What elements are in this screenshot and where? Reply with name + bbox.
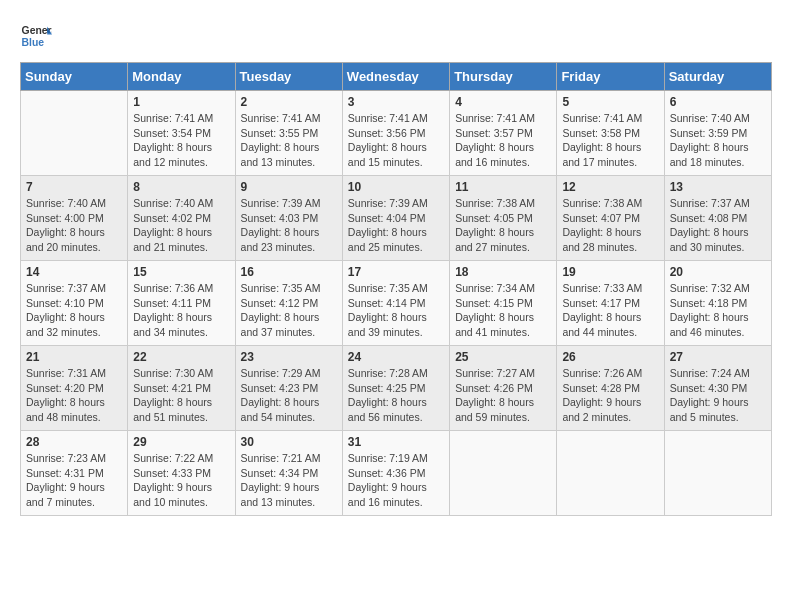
day-detail: Sunrise: 7:28 AM Sunset: 4:25 PM Dayligh… xyxy=(348,366,444,425)
day-number: 31 xyxy=(348,435,444,449)
calendar-cell: 25Sunrise: 7:27 AM Sunset: 4:26 PM Dayli… xyxy=(450,346,557,431)
calendar-week-row: 21Sunrise: 7:31 AM Sunset: 4:20 PM Dayli… xyxy=(21,346,772,431)
header-friday: Friday xyxy=(557,63,664,91)
day-number: 19 xyxy=(562,265,658,279)
day-number: 24 xyxy=(348,350,444,364)
day-detail: Sunrise: 7:37 AM Sunset: 4:08 PM Dayligh… xyxy=(670,196,766,255)
day-detail: Sunrise: 7:29 AM Sunset: 4:23 PM Dayligh… xyxy=(241,366,337,425)
calendar-cell: 28Sunrise: 7:23 AM Sunset: 4:31 PM Dayli… xyxy=(21,431,128,516)
day-detail: Sunrise: 7:30 AM Sunset: 4:21 PM Dayligh… xyxy=(133,366,229,425)
day-detail: Sunrise: 7:41 AM Sunset: 3:58 PM Dayligh… xyxy=(562,111,658,170)
day-detail: Sunrise: 7:38 AM Sunset: 4:05 PM Dayligh… xyxy=(455,196,551,255)
day-detail: Sunrise: 7:22 AM Sunset: 4:33 PM Dayligh… xyxy=(133,451,229,510)
day-number: 26 xyxy=(562,350,658,364)
calendar-cell: 20Sunrise: 7:32 AM Sunset: 4:18 PM Dayli… xyxy=(664,261,771,346)
day-number: 23 xyxy=(241,350,337,364)
calendar-cell: 22Sunrise: 7:30 AM Sunset: 4:21 PM Dayli… xyxy=(128,346,235,431)
calendar-cell: 5Sunrise: 7:41 AM Sunset: 3:58 PM Daylig… xyxy=(557,91,664,176)
day-detail: Sunrise: 7:41 AM Sunset: 3:54 PM Dayligh… xyxy=(133,111,229,170)
day-detail: Sunrise: 7:24 AM Sunset: 4:30 PM Dayligh… xyxy=(670,366,766,425)
svg-text:Blue: Blue xyxy=(22,37,45,48)
day-detail: Sunrise: 7:23 AM Sunset: 4:31 PM Dayligh… xyxy=(26,451,122,510)
calendar-cell: 13Sunrise: 7:37 AM Sunset: 4:08 PM Dayli… xyxy=(664,176,771,261)
calendar-week-row: 14Sunrise: 7:37 AM Sunset: 4:10 PM Dayli… xyxy=(21,261,772,346)
day-number: 5 xyxy=(562,95,658,109)
header-monday: Monday xyxy=(128,63,235,91)
day-detail: Sunrise: 7:39 AM Sunset: 4:04 PM Dayligh… xyxy=(348,196,444,255)
calendar-cell: 8Sunrise: 7:40 AM Sunset: 4:02 PM Daylig… xyxy=(128,176,235,261)
day-number: 18 xyxy=(455,265,551,279)
logo-icon: General Blue xyxy=(20,20,52,52)
day-number: 10 xyxy=(348,180,444,194)
calendar-cell: 9Sunrise: 7:39 AM Sunset: 4:03 PM Daylig… xyxy=(235,176,342,261)
calendar-cell: 15Sunrise: 7:36 AM Sunset: 4:11 PM Dayli… xyxy=(128,261,235,346)
day-detail: Sunrise: 7:19 AM Sunset: 4:36 PM Dayligh… xyxy=(348,451,444,510)
day-detail: Sunrise: 7:26 AM Sunset: 4:28 PM Dayligh… xyxy=(562,366,658,425)
day-detail: Sunrise: 7:34 AM Sunset: 4:15 PM Dayligh… xyxy=(455,281,551,340)
day-detail: Sunrise: 7:35 AM Sunset: 4:14 PM Dayligh… xyxy=(348,281,444,340)
day-detail: Sunrise: 7:40 AM Sunset: 4:02 PM Dayligh… xyxy=(133,196,229,255)
calendar-table: SundayMondayTuesdayWednesdayThursdayFrid… xyxy=(20,62,772,516)
calendar-cell xyxy=(450,431,557,516)
day-number: 30 xyxy=(241,435,337,449)
day-number: 15 xyxy=(133,265,229,279)
day-detail: Sunrise: 7:41 AM Sunset: 3:56 PM Dayligh… xyxy=(348,111,444,170)
day-detail: Sunrise: 7:41 AM Sunset: 3:55 PM Dayligh… xyxy=(241,111,337,170)
day-detail: Sunrise: 7:40 AM Sunset: 4:00 PM Dayligh… xyxy=(26,196,122,255)
calendar-cell: 4Sunrise: 7:41 AM Sunset: 3:57 PM Daylig… xyxy=(450,91,557,176)
calendar-cell: 11Sunrise: 7:38 AM Sunset: 4:05 PM Dayli… xyxy=(450,176,557,261)
calendar-cell xyxy=(21,91,128,176)
day-detail: Sunrise: 7:31 AM Sunset: 4:20 PM Dayligh… xyxy=(26,366,122,425)
day-number: 29 xyxy=(133,435,229,449)
header-thursday: Thursday xyxy=(450,63,557,91)
calendar-cell: 21Sunrise: 7:31 AM Sunset: 4:20 PM Dayli… xyxy=(21,346,128,431)
header-row: SundayMondayTuesdayWednesdayThursdayFrid… xyxy=(21,63,772,91)
day-number: 11 xyxy=(455,180,551,194)
calendar-cell: 18Sunrise: 7:34 AM Sunset: 4:15 PM Dayli… xyxy=(450,261,557,346)
calendar-cell: 24Sunrise: 7:28 AM Sunset: 4:25 PM Dayli… xyxy=(342,346,449,431)
day-number: 2 xyxy=(241,95,337,109)
day-number: 21 xyxy=(26,350,122,364)
calendar-cell: 7Sunrise: 7:40 AM Sunset: 4:00 PM Daylig… xyxy=(21,176,128,261)
calendar-week-row: 7Sunrise: 7:40 AM Sunset: 4:00 PM Daylig… xyxy=(21,176,772,261)
calendar-week-row: 1Sunrise: 7:41 AM Sunset: 3:54 PM Daylig… xyxy=(21,91,772,176)
calendar-cell: 16Sunrise: 7:35 AM Sunset: 4:12 PM Dayli… xyxy=(235,261,342,346)
day-number: 22 xyxy=(133,350,229,364)
calendar-cell: 19Sunrise: 7:33 AM Sunset: 4:17 PM Dayli… xyxy=(557,261,664,346)
header-saturday: Saturday xyxy=(664,63,771,91)
calendar-cell xyxy=(664,431,771,516)
day-number: 14 xyxy=(26,265,122,279)
page-header: General Blue xyxy=(20,20,772,52)
day-detail: Sunrise: 7:39 AM Sunset: 4:03 PM Dayligh… xyxy=(241,196,337,255)
day-detail: Sunrise: 7:38 AM Sunset: 4:07 PM Dayligh… xyxy=(562,196,658,255)
header-sunday: Sunday xyxy=(21,63,128,91)
day-detail: Sunrise: 7:27 AM Sunset: 4:26 PM Dayligh… xyxy=(455,366,551,425)
calendar-cell: 17Sunrise: 7:35 AM Sunset: 4:14 PM Dayli… xyxy=(342,261,449,346)
calendar-cell: 26Sunrise: 7:26 AM Sunset: 4:28 PM Dayli… xyxy=(557,346,664,431)
day-detail: Sunrise: 7:33 AM Sunset: 4:17 PM Dayligh… xyxy=(562,281,658,340)
day-detail: Sunrise: 7:21 AM Sunset: 4:34 PM Dayligh… xyxy=(241,451,337,510)
calendar-cell: 2Sunrise: 7:41 AM Sunset: 3:55 PM Daylig… xyxy=(235,91,342,176)
logo: General Blue xyxy=(20,20,58,52)
day-number: 3 xyxy=(348,95,444,109)
day-number: 13 xyxy=(670,180,766,194)
day-number: 4 xyxy=(455,95,551,109)
day-detail: Sunrise: 7:41 AM Sunset: 3:57 PM Dayligh… xyxy=(455,111,551,170)
day-detail: Sunrise: 7:37 AM Sunset: 4:10 PM Dayligh… xyxy=(26,281,122,340)
day-detail: Sunrise: 7:35 AM Sunset: 4:12 PM Dayligh… xyxy=(241,281,337,340)
day-number: 17 xyxy=(348,265,444,279)
day-detail: Sunrise: 7:40 AM Sunset: 3:59 PM Dayligh… xyxy=(670,111,766,170)
day-number: 28 xyxy=(26,435,122,449)
calendar-cell: 12Sunrise: 7:38 AM Sunset: 4:07 PM Dayli… xyxy=(557,176,664,261)
calendar-cell: 1Sunrise: 7:41 AM Sunset: 3:54 PM Daylig… xyxy=(128,91,235,176)
calendar-cell: 31Sunrise: 7:19 AM Sunset: 4:36 PM Dayli… xyxy=(342,431,449,516)
calendar-week-row: 28Sunrise: 7:23 AM Sunset: 4:31 PM Dayli… xyxy=(21,431,772,516)
calendar-cell: 10Sunrise: 7:39 AM Sunset: 4:04 PM Dayli… xyxy=(342,176,449,261)
day-number: 7 xyxy=(26,180,122,194)
day-detail: Sunrise: 7:36 AM Sunset: 4:11 PM Dayligh… xyxy=(133,281,229,340)
day-number: 27 xyxy=(670,350,766,364)
header-wednesday: Wednesday xyxy=(342,63,449,91)
day-detail: Sunrise: 7:32 AM Sunset: 4:18 PM Dayligh… xyxy=(670,281,766,340)
calendar-cell: 29Sunrise: 7:22 AM Sunset: 4:33 PM Dayli… xyxy=(128,431,235,516)
day-number: 8 xyxy=(133,180,229,194)
